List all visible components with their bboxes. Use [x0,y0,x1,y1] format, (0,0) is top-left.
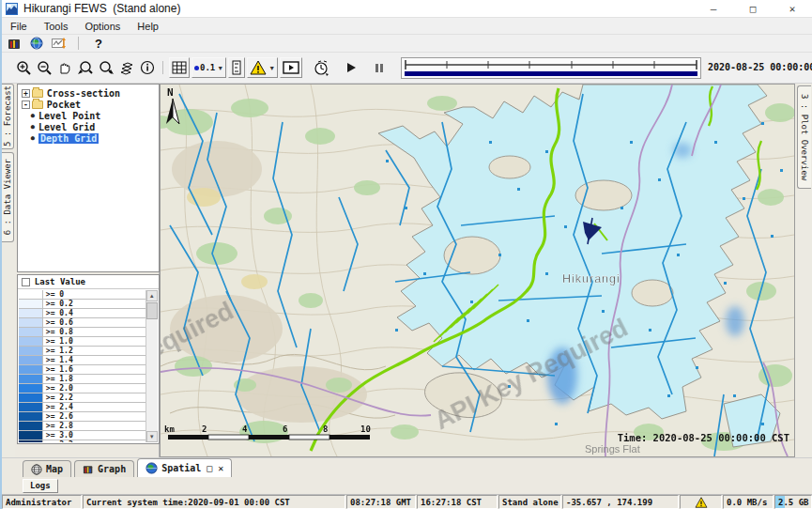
legend-row: >= 2.2 [19,393,146,403]
tab-map[interactable]: Map [23,460,71,477]
tree-folder-row[interactable]: +Cross-section [18,87,159,99]
legend-class-label: >= 3.0 [43,431,146,440]
pause-button[interactable] [369,57,390,78]
thresholds-warning-dropdown[interactable]: ▼ [247,57,278,78]
main-area: 5 : Forecast 6 : Data Viewer +Cross-sect… [2,84,812,457]
legend-class-label: >= 0.8 [43,328,146,336]
database-icon[interactable] [6,36,23,51]
last-value-row: Last Value [18,275,159,289]
logs-button[interactable]: Logs [23,479,58,493]
legend-color-swatch [19,290,43,299]
legend-color-swatch [19,403,43,411]
tree-expander-icon[interactable]: - [22,100,30,109]
filter-tree[interactable]: +Cross-section-Pocket●Level Point●Level … [17,84,160,272]
legend-row: >= 2.4 [19,403,146,412]
last-value-label: Last Value [35,277,85,286]
menu-file[interactable]: File [2,21,36,32]
node-bullet-icon: ● [31,112,35,119]
legend-color-swatch [19,356,43,364]
legend-class-label: >= 2.8 [43,422,146,430]
node-bullet-icon: ● [31,123,35,131]
menu-tools[interactable]: Tools [36,21,77,32]
legend-class-label: >= 0.2 [43,300,146,308]
map-display-globe-icon[interactable] [28,36,45,51]
legend-color-swatch [19,422,43,430]
tree-leaf-row[interactable]: ●Depth Grid [18,132,159,144]
legend-row: >= 1.0 [19,337,146,347]
legend-class-label: >= 2.4 [43,403,146,411]
zoom-out-icon[interactable] [34,57,54,78]
zoom-next-icon[interactable] [96,57,116,78]
application-window: Hikurangi FEWS (Stand alone) – □ ✕ File … [0,0,812,509]
status-download-rate: 0.0 MB/s [723,495,774,509]
status-warning-cell[interactable] [680,495,722,509]
scalar-chart-icon[interactable] [51,36,68,51]
status-user: Administrator [2,495,82,509]
tree-leaf-row[interactable]: ●Level Point [18,110,159,121]
legend-color-swatch [19,309,43,317]
minimize-button[interactable]: – [694,0,733,17]
status-local-time: 16:27:18 CST [417,495,498,509]
animation-timer-icon[interactable] [311,57,331,78]
window-title: Hikurangi FEWS (Stand alone) [23,2,180,15]
toolbar-separator [162,61,163,74]
legend-row: >= 1.2 [19,347,146,356]
grid-display-button[interactable] [169,57,190,78]
title-bar: Hikurangi FEWS (Stand alone) – □ ✕ [2,0,812,18]
pan-hand-icon[interactable] [54,57,75,78]
tree-leaf-row[interactable]: ●Level Grid [18,121,159,132]
svg-text:10: 10 [360,424,371,434]
legend-class-list: >= 0>= 0.2>= 0.4>= 0.6>= 0.8>= 1.0>= 1.2… [19,290,146,442]
legend-color-swatch [19,440,43,442]
animation-player-button[interactable] [280,57,302,78]
folder-icon [32,100,43,109]
tree-node-label: Depth Grid [38,133,99,144]
zoom-in-icon[interactable] [13,57,34,78]
tree-node-label: Level Grid [38,122,95,132]
legend-color-swatch [19,328,43,336]
scrollbar-thumb[interactable] [146,302,158,319]
legend-class-label: >= 0.4 [43,309,146,317]
longitudinal-profile-button[interactable] [228,57,245,78]
app-icon [6,3,18,15]
legend-color-swatch [19,431,43,440]
tree-node-label: Level Point [38,111,100,121]
folder-icon [32,89,43,98]
status-system-time: Current system time:2020-09-01 00:00 CST [83,495,345,509]
logs-row: Logs [2,477,812,495]
map-canvas[interactable]: API Key Required API Key Required Hikura… [160,84,795,457]
undock-panel-icon[interactable]: □ [207,463,212,473]
main-toolbar: ? [2,35,812,53]
threshold-dropdown[interactable]: 0.1 ▼ [192,57,226,78]
tab-graph[interactable]: Graph [74,460,134,477]
legend-class-label: >= 1.8 [43,375,146,383]
play-button[interactable] [341,57,361,78]
tab-data-viewer[interactable]: 6 : Data Viewer [2,152,14,242]
legend-row: >= 1.8 [19,375,146,384]
legend-scrollbar[interactable]: ▲ ▼ [146,290,158,442]
tab-plot-overview[interactable]: 3 : Plot Overview [797,85,811,189]
info-icon[interactable] [137,57,158,78]
tree-folder-row[interactable]: -Pocket [18,99,159,110]
threshold-value: 0.1 [200,63,215,72]
tab-forecast[interactable]: 5 : Forecast [2,84,14,149]
close-button[interactable]: ✕ [773,0,812,17]
tree-expander-icon[interactable]: + [22,89,30,98]
status-coordinates: -35.657 , 174.199 [562,495,679,509]
menu-help[interactable]: Help [129,21,167,32]
legend-class-label: >= 2.2 [43,393,146,402]
time-slider[interactable] [401,57,701,79]
layers-icon[interactable] [116,57,137,78]
last-value-checkbox[interactable] [22,278,30,286]
tab-spatial[interactable]: Spatial □ ✕ [137,458,232,477]
close-panel-icon[interactable]: ✕ [218,463,223,473]
scroll-down-icon[interactable]: ▼ [146,431,158,442]
help-icon[interactable]: ? [89,37,108,51]
zoom-previous-icon[interactable] [75,57,96,78]
menu-options[interactable]: Options [76,21,129,32]
legend-row: >= 2.8 [19,422,146,431]
scroll-up-icon[interactable]: ▲ [146,290,158,301]
legend-row: >= 2.0 [19,384,146,393]
maximize-button[interactable]: □ [733,0,773,17]
legend-row: >= 0.4 [19,309,146,318]
